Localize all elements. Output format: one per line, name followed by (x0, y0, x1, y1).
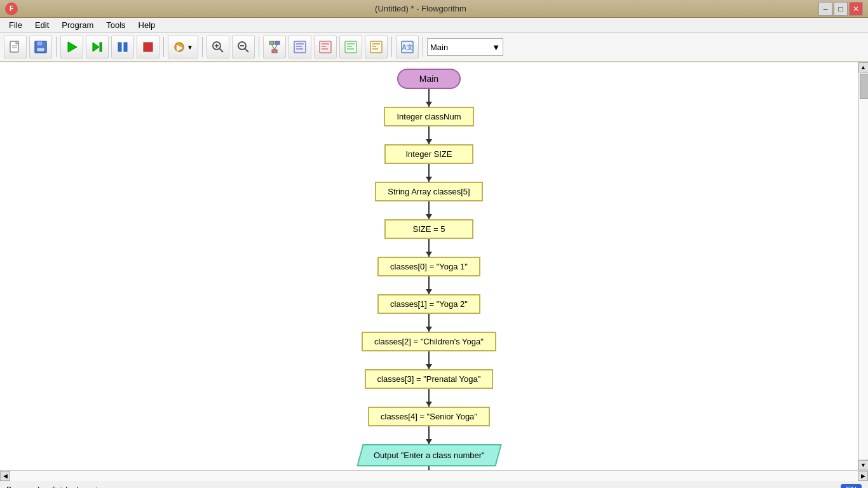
svg-rect-11 (144, 43, 153, 51)
scroll-down-arrow[interactable]: ▼ (858, 460, 869, 470)
close-button[interactable]: ✕ (849, 2, 863, 16)
titlebar: F (Untitled) * - Flowgorithm – □ ✕ (0, 0, 868, 18)
canvas[interactable]: Main Integer classNum Integer SIZE Strin… (0, 62, 858, 470)
arrow-6 (428, 314, 430, 332)
statusbar: Program has finished running. EN (0, 480, 868, 488)
minimize-button[interactable]: – (818, 2, 832, 16)
arrow-0 (428, 89, 430, 107)
scrollbar-vertical[interactable]: ▲ ▼ (858, 62, 868, 470)
scroll-up-arrow[interactable]: ▲ (858, 62, 869, 72)
function-dropdown-value: Main (430, 43, 448, 52)
svg-rect-26 (294, 41, 306, 53)
node-assign2[interactable]: classes[0] = "Yoga 1" (377, 257, 480, 276)
toolbar-separator-3 (202, 37, 203, 57)
function-dropdown-arrow: ▼ (492, 43, 500, 52)
arrow-8 (428, 389, 430, 407)
toolbar-separator-4 (259, 37, 259, 57)
canvas-area: Main Integer classNum Integer SIZE Strin… (0, 62, 868, 470)
hscroll-track[interactable] (10, 471, 858, 481)
scroll-left-arrow[interactable]: ◀ (0, 471, 10, 481)
menu-tools[interactable]: Tools (100, 19, 132, 31)
node-assign1[interactable]: SIZE = 5 (384, 219, 473, 239)
function-dropdown[interactable]: Main ▼ (427, 38, 503, 56)
svg-rect-23 (272, 50, 277, 53)
translate-button[interactable]: A文 (396, 36, 419, 58)
node-assign3[interactable]: classes[1] = "Yoga 2" (377, 294, 480, 314)
menu-help[interactable]: Help (132, 19, 162, 31)
flowchart: Main Integer classNum Integer SIZE Strin… (0, 62, 858, 470)
code-view-4-button[interactable] (365, 36, 388, 58)
step-button[interactable] (86, 36, 109, 58)
arrow-4 (428, 239, 430, 257)
menu-edit[interactable]: Edit (29, 19, 55, 31)
language-badge: EN (841, 484, 862, 489)
svg-marker-7 (93, 43, 99, 51)
node-main[interactable]: Main (397, 69, 461, 89)
menubar: File Edit Program Tools Help (0, 18, 868, 33)
zoom-in-button[interactable] (207, 36, 229, 58)
debug-dropdown-button[interactable]: ▶ ▼ (168, 36, 198, 58)
arrow-2 (428, 164, 430, 182)
svg-rect-10 (124, 43, 127, 51)
svg-rect-5 (37, 48, 44, 51)
svg-marker-6 (68, 42, 77, 52)
svg-rect-21 (269, 41, 274, 44)
arrow-9 (428, 426, 430, 444)
toolbar-separator-2 (163, 37, 164, 57)
new-button[interactable] (4, 36, 27, 58)
code-view-1-button[interactable] (288, 36, 311, 58)
menu-file[interactable]: File (3, 19, 29, 31)
code-view-3-button[interactable] (339, 36, 362, 58)
svg-rect-8 (100, 43, 102, 51)
node-assign6[interactable]: classes[4] = "Senior Yoga" (368, 407, 490, 426)
flowchart-view-button[interactable] (263, 36, 286, 58)
svg-rect-9 (118, 43, 121, 51)
svg-text:▶: ▶ (177, 43, 183, 52)
svg-rect-34 (345, 41, 356, 53)
titlebar-left: F (5, 3, 23, 15)
toolbar-separator-6 (423, 37, 423, 57)
arrow-10 (428, 466, 430, 470)
toolbar: ▶ ▼ A文 Main ▼ (0, 33, 868, 62)
scroll-right-arrow[interactable]: ▶ (858, 471, 868, 481)
node-output1[interactable]: Output "Enter a class number" (356, 444, 501, 466)
node-assign4[interactable]: classes[2] = "Children's Yoga" (362, 332, 496, 351)
stop-button[interactable] (137, 36, 159, 58)
scroll-thumb[interactable] (860, 74, 869, 99)
zoom-out-button[interactable] (232, 36, 255, 58)
toolbar-separator-1 (56, 37, 57, 57)
arrow-7 (428, 351, 430, 369)
window-controls: – □ ✕ (818, 2, 863, 16)
svg-line-15 (220, 49, 224, 53)
node-decl1[interactable]: Integer classNum (384, 107, 473, 126)
node-decl3[interactable]: String Array classes[5] (375, 182, 482, 201)
app-icon: F (5, 3, 18, 15)
run-button[interactable] (60, 36, 83, 58)
scrollbar-horizontal[interactable]: ◀ ▶ (0, 470, 868, 480)
pause-button[interactable] (111, 36, 134, 58)
maximize-button[interactable]: □ (834, 2, 848, 16)
svg-rect-22 (275, 41, 280, 44)
svg-rect-30 (320, 41, 331, 53)
svg-rect-38 (370, 41, 382, 53)
toolbar-separator-5 (391, 37, 392, 57)
save-button[interactable] (29, 36, 52, 58)
scroll-track[interactable] (858, 72, 869, 460)
node-decl2[interactable]: Integer SIZE (384, 144, 473, 164)
svg-line-24 (272, 44, 275, 50)
menu-program[interactable]: Program (55, 19, 100, 31)
svg-line-25 (275, 44, 278, 50)
svg-line-19 (245, 49, 249, 53)
window-title: (Untitled) * - Flowgorithm (23, 4, 818, 13)
code-view-2-button[interactable] (314, 36, 337, 58)
svg-text:A文: A文 (402, 44, 412, 51)
arrow-5 (428, 276, 430, 294)
arrow-1 (428, 126, 430, 144)
node-assign5[interactable]: classes[3] = "Prenatal Yoga" (365, 369, 494, 389)
status-message: Program has finished running. (6, 485, 108, 489)
svg-rect-4 (37, 41, 43, 46)
arrow-3 (428, 201, 430, 219)
